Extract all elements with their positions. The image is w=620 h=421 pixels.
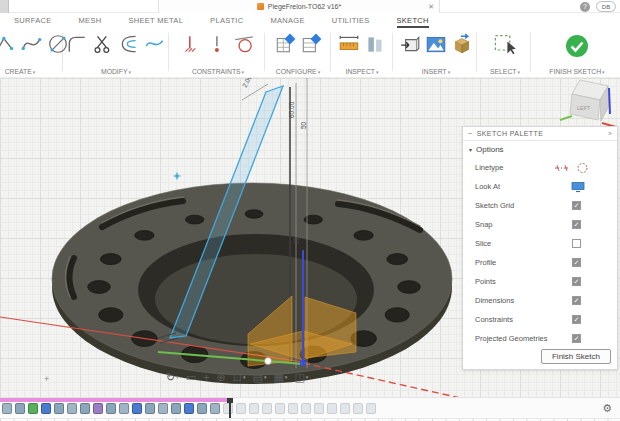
offset-icon[interactable] [118,32,140,56]
timeline-feature-icon[interactable] [145,403,155,414]
timeline-feature-icon-suppressed[interactable] [275,403,285,414]
insert-derive-icon[interactable] [399,32,421,56]
sketch-point[interactable] [174,173,181,180]
look-at-icon[interactable] [571,181,585,193]
checkbox-sketch-grid[interactable]: ✓ [572,201,581,210]
gear-icon[interactable]: ⚙ [602,402,612,415]
checkbox-profile[interactable]: ✓ [572,258,581,267]
edit-spline-icon[interactable] [144,32,166,56]
timeline-feature-icon-suppressed[interactable] [223,403,233,414]
insert-mesh-icon[interactable] [451,32,473,56]
dimension-text[interactable]: 60.00 [288,101,295,118]
insert-image-icon[interactable] [425,32,447,56]
timeline-feature-icon-suppressed[interactable] [314,403,324,414]
ring-hole[interactable] [99,308,123,322]
checkbox-projected-geometries[interactable]: ✓ [572,334,581,343]
timeline-feature-icon[interactable] [171,403,181,414]
dimension-text[interactable]: 75 [293,236,300,244]
spline-icon[interactable] [21,32,43,56]
ring-hole[interactable] [385,308,409,322]
checkbox-points[interactable]: ✓ [572,277,581,286]
timeline-feature-icon[interactable] [106,403,116,414]
timeline-feature-icon-suppressed[interactable] [301,403,311,414]
tab-utilities[interactable]: UTILITIES [332,16,370,28]
tangent-constraint-icon[interactable] [233,32,255,56]
tab-surface[interactable]: SURFACE [14,16,52,28]
timeline-feature-icon[interactable] [93,403,103,414]
timeline-feature-icon[interactable] [210,403,220,414]
finish-sketch-button[interactable]: Finish Sketch [541,349,611,364]
checkbox-dimensions[interactable]: ✓ [572,296,581,305]
tab-manage[interactable]: MANAGE [270,16,304,28]
tab-plastic[interactable]: PLASTIC [210,16,243,28]
group-constraints[interactable]: CONSTRAINTS▾ [172,28,264,78]
ring-hole[interactable] [186,215,204,224]
checkbox-snap[interactable]: ✓ [572,220,581,229]
timeline-feature-icon[interactable] [197,403,207,414]
centerline-icon[interactable] [554,163,570,173]
help-icon[interactable]: ? [580,2,590,12]
timeline-feature-icon[interactable] [119,403,129,414]
ring-hole[interactable] [354,231,373,241]
viewcube[interactable]: LEFT [556,70,618,128]
timeline-feature-icon-suppressed[interactable] [249,403,259,414]
fix-constraint-icon[interactable] [181,32,203,56]
pan-icon[interactable]: + [203,371,209,383]
dimension-text[interactable]: 50 [300,121,307,129]
tab-sheet-metal[interactable]: SHEET METAL [128,16,183,28]
ring-hole[interactable] [100,254,121,265]
timeline-feature-icon[interactable] [2,403,12,414]
checkbox-constraints[interactable]: ✓ [572,315,581,324]
orbit-icon[interactable]: ↻▾ [166,371,179,383]
zoom-icon[interactable]: ⊕ [217,371,226,383]
vertical-constraint-icon[interactable] [207,32,229,56]
select-icon[interactable] [493,32,517,56]
timeline-feature-icon[interactable] [158,403,168,414]
checkbox-slice[interactable]: ✓ [572,239,581,248]
timeline-feature-icon[interactable] [41,403,51,414]
group-create[interactable]: CREATE▾ [0,28,64,78]
configure-table-icon[interactable] [274,32,296,56]
configuration-icon[interactable] [300,32,322,56]
group-select[interactable]: SELECT▾ [480,28,530,78]
ring-hole[interactable] [135,231,154,241]
tab-sketch[interactable]: SKETCH [397,16,429,28]
timeline-feature-icon[interactable] [15,403,25,414]
timeline-feature-icon[interactable] [80,403,90,414]
timeline-feature-icon-suppressed[interactable] [327,403,337,414]
timeline-feature-icon-suppressed[interactable] [262,403,272,414]
dimension-text[interactable]: 2.00 [241,78,253,88]
ring-hole[interactable] [398,281,421,294]
fillet-icon[interactable] [66,32,88,56]
timeline-feature-icon-suppressed[interactable] [366,403,376,414]
timeline-feature-icon-suppressed[interactable] [353,403,363,414]
timeline-feature-icon[interactable] [67,403,77,414]
axis-handle[interactable] [265,358,272,365]
ring-hole[interactable] [387,254,408,265]
trim-scissors-icon[interactable] [92,32,114,56]
avatar[interactable]: DB [596,1,616,12]
collapse-icon[interactable]: − [468,129,473,138]
tab-mesh[interactable]: MESH [79,16,102,28]
ring-hole[interactable] [88,281,111,294]
group-inspect[interactable]: INSPECT▾ [334,28,390,78]
finish-sketch-check-icon[interactable] [565,34,589,58]
options-section-header[interactable]: ▾ Options [463,141,617,158]
line-icon[interactable] [0,32,17,56]
overflow-chevron-icon[interactable]: » [608,130,612,137]
timeline-playhead[interactable] [229,398,231,418]
timeline-feature-icon[interactable] [28,403,38,414]
timeline-feature-icon-suppressed[interactable] [340,403,350,414]
measure-icon[interactable] [338,32,360,56]
timeline-feature-icon[interactable] [132,403,142,414]
timeline-feature-icon[interactable] [54,403,64,414]
close-tab-icon[interactable]: ✕ [428,2,434,11]
timeline-feature-icon[interactable] [184,403,194,414]
ring-hole[interactable] [245,210,263,218]
palette-header[interactable]: − SKETCH PALETTE » [463,127,617,141]
origin-point[interactable] [300,360,306,366]
timeline-feature-icon-suppressed[interactable] [288,403,298,414]
group-insert[interactable]: INSERT▾ [396,28,476,78]
look-at-icon[interactable]: ▭ [186,371,196,383]
group-configure[interactable]: CONFIGURE▾ [268,28,328,78]
